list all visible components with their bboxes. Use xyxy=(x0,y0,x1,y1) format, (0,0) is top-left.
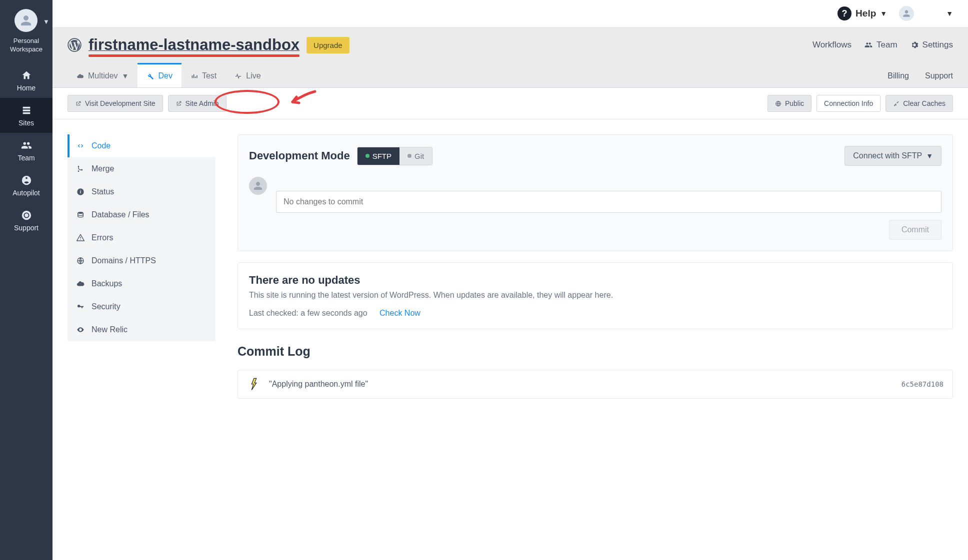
menu-errors[interactable]: Errors xyxy=(68,226,216,249)
workspace-switcher[interactable]: ▼ Personal Workspace xyxy=(10,9,42,54)
annotation-arrow-icon xyxy=(288,89,318,107)
eye-icon xyxy=(76,326,84,334)
menu-errors-label: Errors xyxy=(92,233,114,242)
menu-newrelic[interactable]: New Relic xyxy=(68,318,216,341)
settings-label: Settings xyxy=(922,40,953,50)
support-link[interactable]: Support xyxy=(921,71,953,80)
side-menu: Code Merge i Status Database / Files Err… xyxy=(68,134,216,399)
tab-dev[interactable]: Dev xyxy=(138,63,181,87)
connection-info-button[interactable]: Connection Info xyxy=(816,95,880,112)
connection-mode-toggle: SFTP Git xyxy=(357,147,433,165)
menu-backups[interactable]: Backups xyxy=(68,272,216,295)
nav-autopilot[interactable]: Autopilot xyxy=(0,168,52,203)
menu-status[interactable]: i Status xyxy=(68,180,216,203)
merge-icon xyxy=(76,165,84,173)
nav-home[interactable]: Home xyxy=(0,63,52,98)
toggle-git[interactable]: Git xyxy=(400,147,432,165)
commit-log-entry[interactable]: "Applying pantheon.yml file" 6c5e87d108 xyxy=(238,370,953,399)
chevron-down-icon: ▼ xyxy=(43,18,50,25)
menu-database-label: Database / Files xyxy=(92,210,150,219)
clear-caches-button[interactable]: Clear Caches xyxy=(886,95,953,112)
key-icon xyxy=(76,303,84,311)
database-icon xyxy=(76,211,84,219)
commit-message-input[interactable] xyxy=(276,191,942,213)
svg-text:i: i xyxy=(80,189,82,194)
menu-code[interactable]: Code xyxy=(68,134,216,157)
menu-newrelic-label: New Relic xyxy=(92,325,128,334)
gear-icon xyxy=(910,41,918,49)
clear-caches-label: Clear Caches xyxy=(903,99,946,107)
menu-database[interactable]: Database / Files xyxy=(68,203,216,226)
team-link[interactable]: Team xyxy=(864,40,898,50)
nav-team-label: Team xyxy=(18,154,34,162)
tab-live[interactable]: Live xyxy=(226,63,270,87)
tab-test-label: Test xyxy=(202,71,216,80)
chevron-down-icon: ▼ xyxy=(880,9,887,17)
site-name[interactable]: firstname-lastname-sandbox xyxy=(88,36,300,54)
toggle-sftp[interactable]: SFTP xyxy=(358,147,400,165)
workflows-label: Workflows xyxy=(812,40,852,50)
backup-icon xyxy=(76,280,84,288)
tab-multidev[interactable]: Multidev ▼ xyxy=(68,63,138,87)
dev-mode-title: Development Mode xyxy=(249,149,350,162)
svg-point-3 xyxy=(78,212,84,214)
globe-icon xyxy=(775,100,782,107)
last-checked-text: Last checked: a few seconds ago xyxy=(249,309,368,317)
menu-domains[interactable]: Domains / HTTPS xyxy=(68,249,216,272)
public-button[interactable]: Public xyxy=(768,95,812,112)
menu-security[interactable]: Security xyxy=(68,295,216,318)
toggle-sftp-label: SFTP xyxy=(372,152,392,160)
updates-description: This site is running the latest version … xyxy=(249,291,942,300)
help-button[interactable]: ? Help ▼ xyxy=(838,6,887,20)
cloud-icon xyxy=(76,72,84,80)
dev-mode-panel: Development Mode SFTP Git xyxy=(238,134,953,251)
commit-log-title: Commit Log xyxy=(238,344,953,359)
connect-sftp-button[interactable]: Connect with SFTP ▼ xyxy=(844,146,942,166)
environment-tabs: Multidev ▼ Dev Test Live xyxy=(52,63,968,88)
nav-team[interactable]: Team xyxy=(0,133,52,168)
user-menu-button[interactable]: ▼ xyxy=(899,6,953,21)
support-label: Support xyxy=(925,71,953,80)
tab-test[interactable]: Test xyxy=(182,63,226,87)
help-icon: ? xyxy=(838,6,852,20)
commit-author-line xyxy=(276,177,942,186)
menu-merge[interactable]: Merge xyxy=(68,157,216,180)
nav-sites[interactable]: Sites xyxy=(0,98,52,133)
menu-backups-label: Backups xyxy=(92,279,122,288)
nav-support[interactable]: Support xyxy=(0,203,52,238)
help-label: Help xyxy=(856,8,876,19)
team-label: Team xyxy=(876,40,898,50)
site-admin-label: Site Admin xyxy=(186,99,219,107)
info-icon: i xyxy=(76,188,84,196)
commit-hash: 6c5e87d108 xyxy=(902,380,944,388)
connect-sftp-label: Connect with SFTP xyxy=(853,151,922,160)
tab-multidev-label: Multidev xyxy=(88,71,118,80)
site-header: firstname-lastname-sandbox Upgrade Workf… xyxy=(52,27,968,63)
status-dot-icon xyxy=(366,154,370,158)
commit-button[interactable]: Commit xyxy=(889,220,942,240)
nav-home-label: Home xyxy=(17,84,36,92)
pulse-icon xyxy=(234,72,242,80)
external-link-icon xyxy=(75,100,82,107)
site-admin-button[interactable]: Site Admin xyxy=(168,95,226,112)
broom-icon xyxy=(893,100,900,107)
upgrade-button[interactable]: Upgrade xyxy=(306,37,350,53)
billing-link[interactable]: Billing xyxy=(884,71,909,80)
public-label: Public xyxy=(785,99,804,107)
workflows-link[interactable]: Workflows xyxy=(812,40,852,50)
menu-code-label: Code xyxy=(92,141,110,150)
chevron-down-icon: ▼ xyxy=(946,9,953,17)
menu-security-label: Security xyxy=(92,302,120,311)
settings-link[interactable]: Settings xyxy=(910,40,953,50)
chevron-down-icon: ▼ xyxy=(122,72,129,80)
user-avatar-icon xyxy=(899,6,914,21)
external-link-icon xyxy=(176,100,182,107)
visit-site-button[interactable]: Visit Development Site xyxy=(68,95,163,112)
chevron-down-icon: ▼ xyxy=(926,152,933,160)
check-now-link[interactable]: Check Now xyxy=(380,309,420,317)
avatar-icon xyxy=(14,9,38,32)
toggle-git-label: Git xyxy=(414,152,424,160)
nav-support-label: Support xyxy=(14,224,38,232)
billing-label: Billing xyxy=(888,71,909,80)
nav-sites-label: Sites xyxy=(18,119,34,127)
